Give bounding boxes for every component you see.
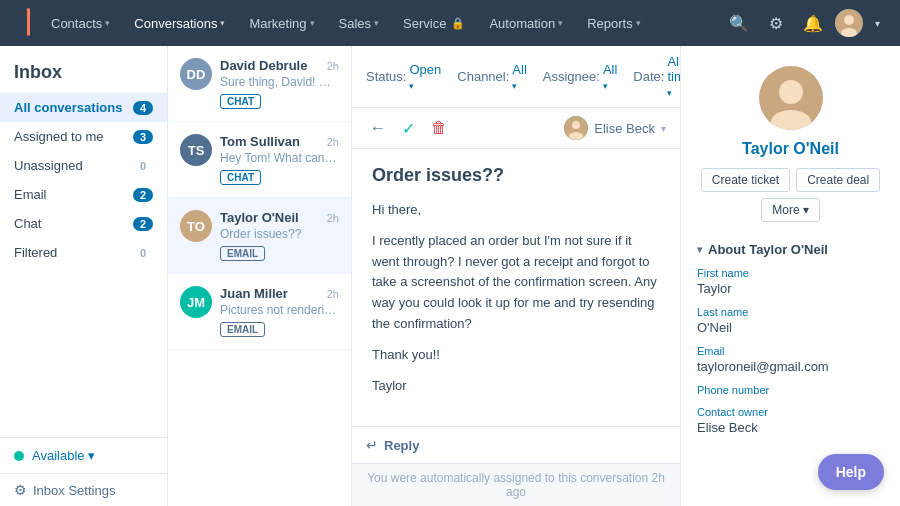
sidebar-item-unassigned[interactable]: Unassigned 0	[0, 151, 167, 180]
avatar: TS	[180, 134, 212, 166]
nav-contacts-caret: ▾	[105, 18, 110, 28]
list-item[interactable]: TS Tom Sullivan 2h Hey Tom! What can I h…	[168, 122, 351, 198]
conv-header: ← ✓ 🗑 Elise Beck ▾	[352, 108, 680, 149]
date-value[interactable]: All time ▾	[667, 54, 680, 99]
gear-icon: ⚙	[14, 482, 27, 498]
more-actions-button[interactable]: More ▾	[761, 198, 819, 222]
conv-message: Hi there, I recently placed an order but…	[372, 200, 660, 396]
channel-caret: ▾	[512, 81, 517, 91]
nav-marketing-caret: ▾	[310, 18, 315, 28]
nav-conversations[interactable]: Conversations ▾	[124, 12, 235, 35]
about-field-email: Email tayloroneil@gmail.com	[697, 345, 884, 374]
avatar: TO	[180, 210, 212, 242]
contact-name: Taylor O'Neil	[697, 140, 884, 158]
svg-point-5	[569, 132, 583, 140]
sidebar-item-filtered[interactable]: Filtered 0	[0, 238, 167, 267]
create-ticket-button[interactable]: Create ticket	[701, 168, 790, 192]
status-caret: ▾	[409, 81, 414, 91]
sidebar-item-all-conversations[interactable]: All conversations 4	[0, 93, 167, 122]
assignee-caret: ▾	[603, 81, 608, 91]
filter-channel: Channel: All ▾	[457, 62, 527, 92]
nav-conversations-caret: ▾	[220, 18, 225, 28]
main-content: Status: Open ▾ Channel: All ▾ Assignee: …	[352, 46, 680, 506]
conv-body: Order issues?? Hi there, I recently plac…	[352, 149, 680, 426]
help-button[interactable]: Help	[818, 454, 884, 490]
nav-reports[interactable]: Reports ▾	[577, 12, 651, 35]
nav-service[interactable]: Service 🔒	[393, 12, 475, 35]
user-menu-caret[interactable]: ▾	[867, 14, 888, 33]
date-caret: ▾	[667, 88, 672, 98]
about-field-firstname: First name Taylor	[697, 267, 884, 296]
assignee-selector[interactable]: Elise Beck ▾	[564, 116, 666, 140]
nav-automation-caret: ▾	[558, 18, 563, 28]
contact-actions: Create ticket Create deal More ▾	[697, 168, 884, 222]
list-item[interactable]: JM Juan Miller 2h Pictures not rendering…	[168, 274, 351, 350]
about-header[interactable]: ▾ About Taylor O'Neil	[697, 242, 884, 257]
channel-value[interactable]: All ▾	[512, 62, 526, 92]
lock-icon: 🔒	[451, 17, 465, 30]
filter-status: Status: Open ▾	[366, 62, 441, 92]
search-icon[interactable]: 🔍	[721, 10, 757, 37]
more-caret: ▾	[803, 203, 809, 217]
list-item[interactable]: DD David Debrule 2h Sure thing, David! H…	[168, 46, 351, 122]
filter-assignee: Assignee: All ▾	[543, 62, 618, 92]
svg-point-1	[844, 15, 854, 25]
filter-bar: Status: Open ▾ Channel: All ▾ Assignee: …	[352, 46, 680, 108]
about-field-contact-owner: Contact owner Elise Beck	[697, 406, 884, 435]
available-label[interactable]: Available ▾	[32, 448, 95, 463]
auto-assign-bar: You were automatically assigned to this …	[352, 463, 680, 506]
hubspot-logo[interactable]: ▕	[12, 10, 29, 36]
about-field-lastname: Last name O'Neil	[697, 306, 884, 335]
nav-automation[interactable]: Automation ▾	[479, 12, 573, 35]
conversation-panel: ← ✓ 🗑 Elise Beck ▾ Order issues?? Hi the…	[352, 108, 680, 506]
available-dot	[14, 451, 24, 461]
nav-reports-caret: ▾	[636, 18, 641, 28]
list-item[interactable]: TO Taylor O'Neil 2h Order issues?? EMAIL	[168, 198, 351, 274]
svg-point-4	[572, 121, 580, 129]
nav-sales-caret: ▾	[374, 18, 379, 28]
reply-icon: ↵	[366, 437, 378, 453]
status-value[interactable]: Open ▾	[409, 62, 441, 92]
create-deal-button[interactable]: Create deal	[796, 168, 880, 192]
delete-button[interactable]: 🗑	[427, 117, 451, 140]
sidebar-list: All conversations 4 Assigned to me 3 Una…	[0, 93, 167, 437]
contact-hero: Taylor O'Neil Create ticket Create deal …	[681, 46, 900, 232]
about-section: ▾ About Taylor O'Neil First name Taylor …	[681, 232, 900, 455]
right-sidebar: Taylor O'Neil Create ticket Create deal …	[680, 46, 900, 506]
nav-marketing[interactable]: Marketing ▾	[239, 12, 324, 35]
sidebar-item-email[interactable]: Email 2	[0, 180, 167, 209]
assignee-caret: ▾	[661, 123, 666, 134]
filter-date: Date: All time ▾	[633, 54, 680, 99]
avatar: JM	[180, 286, 212, 318]
reply-button[interactable]: Reply	[384, 438, 419, 453]
top-nav: ▕ Contacts ▾ Conversations ▾ Marketing ▾…	[0, 0, 900, 46]
avatar: DD	[180, 58, 212, 90]
user-avatar[interactable]	[835, 9, 863, 37]
assignee-value[interactable]: All ▾	[603, 62, 617, 92]
conv-action-buttons: ← ✓ 🗑	[366, 117, 451, 140]
conversation-list: DD David Debrule 2h Sure thing, David! H…	[168, 46, 352, 506]
conv-footer: ↵ Reply	[352, 426, 680, 463]
inbox-settings-link[interactable]: ⚙ Inbox Settings	[0, 473, 167, 506]
left-sidebar: Inbox All conversations 4 Assigned to me…	[0, 46, 168, 506]
back-button[interactable]: ←	[366, 117, 390, 140]
notifications-icon[interactable]: 🔔	[795, 10, 831, 37]
nav-contacts[interactable]: Contacts ▾	[41, 12, 120, 35]
assignee-avatar	[564, 116, 588, 140]
svg-point-7	[779, 80, 803, 104]
about-toggle-icon: ▾	[697, 244, 702, 255]
resolve-button[interactable]: ✓	[398, 117, 419, 140]
sidebar-item-assigned-to-me[interactable]: Assigned to me 3	[0, 122, 167, 151]
conv-subject: Order issues??	[372, 165, 660, 186]
about-field-phone: Phone number	[697, 384, 884, 396]
settings-icon[interactable]: ⚙	[761, 10, 791, 37]
nav-sales[interactable]: Sales ▾	[329, 12, 390, 35]
inbox-title: Inbox	[0, 46, 167, 93]
availability-footer: Available ▾	[0, 437, 167, 473]
app-body: Inbox All conversations 4 Assigned to me…	[0, 46, 900, 506]
sidebar-item-chat[interactable]: Chat 2	[0, 209, 167, 238]
contact-avatar	[759, 66, 823, 130]
